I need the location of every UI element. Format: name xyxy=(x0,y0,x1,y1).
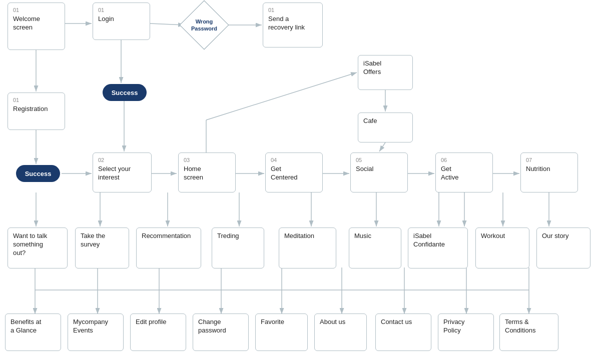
node-about-us: About us xyxy=(314,314,367,351)
node-treding: Treding xyxy=(212,228,264,268)
node-social: 05 Social xyxy=(350,152,408,192)
workout-label: Workout xyxy=(481,232,505,240)
favorite-label: Favorite xyxy=(261,318,284,326)
registration-num: 01 xyxy=(13,97,19,103)
our-story-label: Our story xyxy=(542,232,568,240)
cafe-label: Cafe xyxy=(363,117,377,126)
svg-line-17 xyxy=(379,142,385,152)
node-our-story: Our story xyxy=(536,228,590,268)
node-change-password: Changepassword xyxy=(193,314,249,351)
about-us-label: About us xyxy=(320,318,345,326)
get-centered-label: GetCentered xyxy=(271,165,297,182)
success-reg-badge: Success xyxy=(16,165,60,182)
recommentation-label: Recommentation xyxy=(142,232,191,240)
node-take-survey: Take thesurvey xyxy=(75,228,129,268)
node-welcome: 01 Welcomescreen xyxy=(8,2,65,50)
node-select-interest: 02 Select yourinterest xyxy=(93,152,152,192)
mycompany-label: MycompanyEvents xyxy=(73,318,108,335)
node-login: 01 Login xyxy=(93,2,150,40)
node-terms: Terms &Conditions xyxy=(499,314,558,351)
login-num: 01 xyxy=(98,7,104,13)
meditation-label: Meditation xyxy=(284,232,314,240)
node-nutrition: 07 Nutrition xyxy=(520,152,578,192)
login-label: Login xyxy=(98,15,114,24)
node-music: Music xyxy=(349,228,401,268)
flow-diagram: 01 Welcomescreen 01 Login WrongPassword … xyxy=(0,0,598,364)
wrong-password-label: WrongPassword xyxy=(191,18,217,32)
success-reg-label: Success xyxy=(25,170,52,178)
treding-label: Treding xyxy=(217,232,239,240)
select-interest-num: 02 xyxy=(98,157,104,163)
node-edit-profile: Edit profile xyxy=(130,314,186,351)
node-meditation: Meditation xyxy=(279,228,336,268)
select-interest-label: Select yourinterest xyxy=(98,165,131,182)
node-send-recovery: 01 Send arecovery link xyxy=(263,2,323,48)
home-screen-num: 03 xyxy=(184,157,190,163)
isabel-confidante-label: iSabelConfidante xyxy=(413,232,445,249)
welcome-num: 01 xyxy=(13,7,19,13)
get-centered-num: 04 xyxy=(271,157,277,163)
node-get-centered: 04 GetCentered xyxy=(265,152,323,192)
privacy-policy-label: PrivacyPolicy xyxy=(443,318,465,335)
node-get-active: 06 GetActive xyxy=(435,152,493,192)
node-wrong-password: WrongPassword xyxy=(184,5,224,45)
node-recommentation: Recommentation xyxy=(136,228,201,268)
node-favorite: Favorite xyxy=(255,314,308,351)
node-workout: Workout xyxy=(475,228,529,268)
node-privacy-policy: PrivacyPolicy xyxy=(438,314,494,351)
terms-label: Terms &Conditions xyxy=(505,318,535,335)
isabel-offers-label: iSabelOffers xyxy=(363,60,381,76)
home-screen-label: Homescreen xyxy=(184,165,203,182)
take-survey-label: Take thesurvey xyxy=(81,232,105,249)
get-active-label: GetActive xyxy=(441,165,458,182)
change-password-label: Changepassword xyxy=(198,318,226,335)
benefits-label: Benefits ata Glance xyxy=(11,318,41,335)
want-talk-label: Want to talksomethingout? xyxy=(13,232,47,258)
node-isabel-confidante: iSabelConfidante xyxy=(408,228,468,268)
node-cafe: Cafe xyxy=(358,112,413,142)
node-isabel-offers: iSabelOffers xyxy=(358,55,413,90)
social-label: Social xyxy=(356,165,373,174)
node-home-screen: 03 Homescreen xyxy=(178,152,236,192)
node-contact-us: Contact us xyxy=(375,314,431,351)
welcome-label: Welcomescreen xyxy=(13,15,40,32)
edit-profile-label: Edit profile xyxy=(136,318,166,326)
nutrition-num: 07 xyxy=(526,157,532,163)
social-num: 05 xyxy=(356,157,362,163)
node-want-talk: Want to talksomethingout? xyxy=(8,228,68,268)
svg-line-15 xyxy=(206,72,357,120)
node-benefits: Benefits ata Glance xyxy=(5,314,61,351)
get-active-num: 06 xyxy=(441,157,447,163)
nutrition-label: Nutrition xyxy=(526,165,550,174)
send-recovery-num: 01 xyxy=(268,7,274,13)
success-login-badge: Success xyxy=(103,84,147,101)
node-mycompany: MycompanyEvents xyxy=(68,314,124,351)
success-login-label: Success xyxy=(112,89,138,96)
music-label: Music xyxy=(354,232,371,240)
registration-label: Registration xyxy=(13,105,48,114)
node-registration: 01 Registration xyxy=(8,92,65,130)
send-recovery-label: Send arecovery link xyxy=(268,15,305,32)
contact-us-label: Contact us xyxy=(381,318,412,326)
